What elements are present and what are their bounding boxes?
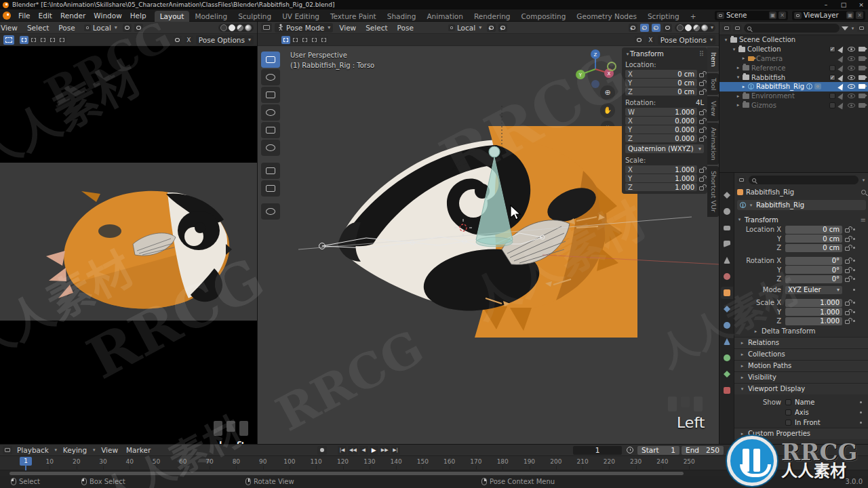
left-menu-pose[interactable]: Pose [55,24,78,32]
show-gizmo-icon[interactable] [640,24,649,32]
tab-object-data[interactable] [721,368,733,380]
hide-icon[interactable] [848,84,855,89]
lock-icon[interactable] [845,260,850,264]
keying-menu[interactable]: Keying [60,446,90,454]
rotation-x-field[interactable]: X0.000 [625,117,697,125]
tab-modifiers[interactable] [721,303,733,315]
object-name-field[interactable]: ▾ Rabbitfish_Rig [737,200,866,210]
render-visibility-icon[interactable] [859,84,865,89]
menu-help[interactable]: Help [126,12,151,20]
timeline-editor-type-icon[interactable] [3,446,12,454]
motion-paths-panel[interactable]: ▸Motion Paths [734,360,868,371]
menu-window[interactable]: Window [90,12,125,20]
rendered-shading-icon[interactable] [701,24,708,31]
filter-dropdown-icon[interactable]: ▾ [850,26,855,31]
animate-dot[interactable] [853,228,855,230]
n-tab-animation[interactable]: Animation [707,123,719,165]
left-3d-viewport[interactable]: View Select Pose Local [0,22,258,444]
tab-view-layer[interactable] [721,238,733,250]
outliner-display-mode-icon[interactable] [733,24,742,32]
play-button[interactable]: ▶ [370,446,378,455]
maximize-button[interactable]: □ [840,1,848,8]
solid-shading-icon[interactable] [685,24,692,31]
select-subtract-icon[interactable] [39,36,47,44]
outliner-editor-type-icon[interactable] [722,24,731,32]
select-intersect-icon[interactable] [58,36,66,44]
solid-shading-icon[interactable] [229,24,235,31]
hide-icon[interactable] [848,66,855,70]
proportional-edit-icon[interactable] [498,24,507,32]
selectable-icon[interactable] [837,55,845,63]
outliner-row-scene-collection[interactable]: ▾ Scene Collection [719,35,868,45]
tab-tool[interactable] [721,189,733,201]
location-z-field[interactable]: Z0 cm [625,87,697,96]
rotation-y-field[interactable]: 0° [785,266,842,274]
use-preview-range-icon[interactable] [627,447,633,453]
animate-dot[interactable] [860,411,862,413]
playhead[interactable]: 1 [20,457,32,466]
workspace-tab-animation[interactable]: Animation [421,11,469,22]
render-visibility-icon[interactable] [859,66,865,70]
next-keyframe-button[interactable]: ▶▶ [380,446,390,455]
animate-dot[interactable] [853,247,855,249]
selectable-icon[interactable] [837,64,845,72]
properties-search-input[interactable] [749,176,859,184]
selectable-icon[interactable] [837,83,845,91]
lock-icon[interactable] [845,278,850,282]
workspace-tab-layout[interactable]: Layout [155,11,190,22]
menu-edit[interactable]: Edit [35,12,56,20]
pin-icon[interactable] [861,190,866,195]
animate-dot[interactable] [853,289,855,291]
main-3d-viewport[interactable]: Pose Mode View Select Pose Local [258,22,719,444]
outliner-search-input[interactable] [744,24,840,33]
exclude-checkbox[interactable] [829,65,835,71]
selectable-icon[interactable] [837,73,845,81]
animate-dot[interactable] [853,260,855,262]
editor-type-icon[interactable] [261,23,272,32]
select-menu[interactable]: Select [362,24,391,32]
snapping-icon[interactable] [487,24,496,32]
material-shading-icon[interactable] [693,24,700,31]
left-menu-select[interactable]: Select [24,24,52,32]
remove-viewlayer-icon[interactable]: × [856,12,863,19]
selectable-icon[interactable] [837,45,845,54]
left-menu-view[interactable]: View [0,24,21,32]
animate-dot[interactable] [853,238,855,240]
scale-y-field[interactable]: 1.000 [785,308,842,316]
lock-icon[interactable] [845,247,850,251]
menu-file[interactable]: File [14,12,35,20]
tab-particles[interactable] [721,319,733,331]
new-collection-icon[interactable] [857,24,866,32]
jump-to-end-button[interactable]: ▶| [391,446,400,455]
lock-icon[interactable] [699,129,704,133]
auto-keying-button[interactable] [317,446,327,455]
lock-icon[interactable] [699,91,704,95]
left-gizmo-xyz-icon[interactable] [173,36,182,44]
render-visibility-icon[interactable] [859,75,865,80]
toggle-xray-icon[interactable] [663,24,672,32]
delta-transform-panel[interactable]: ▸Delta Transform [737,326,866,337]
hide-icon[interactable] [848,94,855,98]
tab-texture[interactable] [721,384,733,396]
location-x-field[interactable]: 0 cm [785,226,842,234]
view-menu[interactable]: View [336,24,359,32]
previous-keyframe-button[interactable]: ◀◀ [348,446,358,455]
outliner-row-environment[interactable]: ▸ Environment [719,92,868,101]
start-frame-field[interactable]: Start1 [637,446,679,455]
unlink-scene-icon[interactable]: × [778,12,786,19]
location-z-field[interactable]: 0 cm [785,244,842,252]
scale-x-field[interactable]: X1.000 [625,165,697,174]
exclude-checkbox[interactable] [829,102,835,108]
animate-dot[interactable] [853,320,855,322]
close-button[interactable]: × [857,1,865,8]
pose-options-dropdown[interactable]: Pose Options [658,35,715,45]
name-checkbox[interactable] [785,399,791,405]
scale-x-field[interactable]: 1.000 [785,299,842,307]
workspace-tab-rendering[interactable]: Rendering [469,11,516,22]
end-frame-field[interactable]: End250 [682,446,724,455]
mirror-x-button[interactable]: X [646,36,655,44]
material-shading-icon[interactable] [237,24,243,31]
select-extend-icon[interactable] [29,36,38,44]
animate-dot[interactable] [853,302,855,304]
viewport-canvas[interactable]: User Perspective (1) Rabbitfish_Rig : To… [258,46,719,444]
